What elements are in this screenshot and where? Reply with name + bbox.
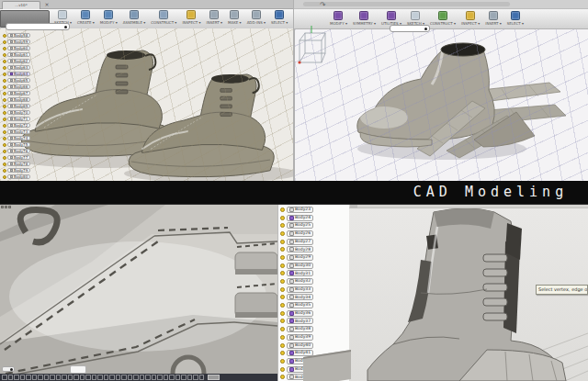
toolbar-button[interactable]: MAKE ▾ bbox=[226, 10, 243, 25]
visibility-bulb-icon[interactable] bbox=[280, 295, 285, 299]
timeline-feature-icon[interactable] bbox=[187, 375, 193, 380]
visibility-bulb-icon[interactable] bbox=[280, 367, 285, 372]
body-item[interactable]: Body72 bbox=[7, 123, 30, 129]
visibility-bulb-icon[interactable] bbox=[280, 335, 285, 340]
toolbar-button[interactable]: CONSTRUCT ▾ bbox=[428, 11, 458, 26]
timeline-feature-icon[interactable] bbox=[109, 375, 115, 380]
browser-body-row[interactable]: Body62 bbox=[3, 58, 54, 64]
visibility-bulb-icon[interactable] bbox=[3, 34, 6, 38]
browser-body-row[interactable]: Body79 bbox=[3, 167, 54, 174]
body-item[interactable]: Body25 bbox=[287, 222, 314, 229]
timeline-feature-icon[interactable] bbox=[133, 375, 139, 380]
browser-body-row[interactable]: Body74 bbox=[3, 135, 54, 141]
viewport-closeup[interactable] bbox=[0, 205, 277, 381]
body-item[interactable]: Body68 bbox=[7, 97, 30, 103]
browser-body-row[interactable]: Body77 bbox=[3, 154, 54, 161]
visibility-bulb-icon[interactable] bbox=[3, 53, 6, 57]
body-item[interactable]: Body63 bbox=[7, 65, 30, 71]
body-item[interactable]: Body67 bbox=[7, 91, 30, 96]
visibility-bulb-icon[interactable] bbox=[3, 66, 6, 70]
viewport-3d-right[interactable] bbox=[295, 29, 588, 181]
browser-body-row[interactable]: Body27 bbox=[280, 238, 349, 246]
browser-body-row[interactable]: Body29 bbox=[280, 253, 349, 262]
toolbar-button[interactable]: SELECT ▾ bbox=[505, 11, 526, 26]
visibility-bulb-icon[interactable] bbox=[280, 255, 285, 260]
shoe-closeup-render[interactable] bbox=[0, 205, 277, 381]
document-tab[interactable]: ...v10* bbox=[2, 1, 40, 9]
timeline-feature-icon[interactable] bbox=[92, 375, 97, 380]
browser-body-row[interactable]: Body70 bbox=[3, 109, 54, 116]
body-item[interactable]: Body33 bbox=[287, 286, 314, 293]
timeline-feature-icon[interactable] bbox=[128, 375, 133, 380]
body-item[interactable]: Body58 bbox=[7, 33, 30, 39]
toolbar-button[interactable]: MODIFY ▾ bbox=[98, 10, 119, 25]
browser-body-row[interactable]: Body60 bbox=[3, 45, 54, 51]
undo-arrow-icon[interactable]: ↷ bbox=[320, 1, 326, 9]
body-item[interactable]: Body64 bbox=[7, 72, 30, 77]
body-item[interactable]: Body38 bbox=[287, 326, 314, 332]
scroll-thumb[interactable] bbox=[350, 205, 357, 208]
visibility-bulb-icon[interactable] bbox=[280, 279, 285, 284]
body-item[interactable]: Body30 bbox=[287, 263, 314, 269]
body-item[interactable]: Body70 bbox=[7, 110, 30, 116]
timeline-feature-icon[interactable] bbox=[68, 375, 74, 380]
browser-body-row[interactable]: Body59 bbox=[3, 39, 54, 45]
toolbar-button[interactable]: ADD-INS ▾ bbox=[245, 10, 267, 25]
body-item[interactable]: Body74 bbox=[7, 136, 30, 141]
browser-body-row[interactable]: Body28 bbox=[280, 245, 349, 253]
toolbar-button[interactable]: ASSEMBLE ▾ bbox=[121, 10, 148, 25]
body-item[interactable]: Body35 bbox=[287, 302, 314, 308]
timeline-feature-icon[interactable] bbox=[8, 375, 14, 380]
browser-body-row[interactable]: Body30 bbox=[280, 262, 349, 270]
visibility-bulb-icon[interactable] bbox=[3, 143, 6, 147]
browser-body-row[interactable]: Body67 bbox=[3, 90, 54, 96]
visibility-bulb-icon[interactable] bbox=[3, 130, 6, 134]
body-item[interactable]: Body27 bbox=[287, 239, 314, 245]
toolbar-button[interactable]: SKETCH ▾ bbox=[405, 11, 426, 26]
visibility-bulb-icon[interactable] bbox=[3, 162, 6, 166]
timeline-feature-icon[interactable] bbox=[97, 375, 103, 380]
visibility-bulb-icon[interactable] bbox=[3, 156, 6, 160]
visibility-bulb-icon[interactable] bbox=[3, 60, 6, 63]
timeline-feature-icon[interactable] bbox=[181, 375, 187, 380]
horizontal-scrollbar[interactable] bbox=[303, 2, 510, 6]
visibility-bulb-icon[interactable] bbox=[280, 207, 285, 212]
body-item[interactable]: Body37 bbox=[287, 318, 314, 324]
body-item[interactable]: Body69 bbox=[7, 104, 30, 109]
body-item[interactable]: Body31 bbox=[287, 270, 314, 276]
body-item[interactable]: Body76 bbox=[7, 149, 30, 154]
browser-body-row[interactable]: Body36 bbox=[280, 309, 349, 318]
timeline-marker[interactable] bbox=[208, 375, 220, 380]
browser-body-row[interactable]: Body31 bbox=[280, 270, 349, 278]
browser-body-row[interactable]: Body69 bbox=[3, 103, 54, 109]
visibility-bulb-icon[interactable] bbox=[3, 85, 6, 89]
visibility-bulb-icon[interactable] bbox=[280, 271, 285, 275]
visibility-bulb-icon[interactable] bbox=[3, 79, 6, 83]
browser-body-row[interactable]: Body38 bbox=[280, 325, 349, 333]
toolbar-button[interactable]: SYMMETRY ▾ bbox=[351, 11, 378, 26]
browser-body-row[interactable]: Body39 bbox=[280, 333, 349, 342]
visibility-bulb-icon[interactable] bbox=[3, 150, 6, 153]
body-item[interactable]: Body79 bbox=[7, 168, 30, 174]
mini-icon[interactable] bbox=[1, 206, 4, 208]
visibility-bulb-icon[interactable] bbox=[3, 105, 6, 108]
toolbar-button[interactable]: UTILITIES ▾ bbox=[379, 11, 403, 26]
body-item[interactable]: Body32 bbox=[287, 278, 314, 285]
visibility-bulb-icon[interactable] bbox=[3, 124, 6, 128]
visibility-bulb-icon[interactable] bbox=[3, 73, 6, 76]
body-item[interactable]: Body78 bbox=[7, 162, 30, 167]
body-item[interactable]: Body40 bbox=[287, 342, 314, 349]
body-item[interactable]: Body59 bbox=[7, 39, 30, 45]
visibility-bulb-icon[interactable] bbox=[280, 247, 285, 252]
visibility-bulb-icon[interactable] bbox=[3, 169, 6, 173]
body-item[interactable]: Body77 bbox=[7, 155, 30, 161]
timeline-feature-icon[interactable] bbox=[2, 375, 7, 380]
body-item[interactable]: Body60 bbox=[7, 46, 30, 51]
browser-body-row[interactable]: Body72 bbox=[3, 122, 54, 129]
browser-toggle-box[interactable] bbox=[2, 366, 15, 372]
browser-body-row[interactable]: Body80 bbox=[3, 174, 54, 180]
browser-body-row[interactable]: Body78 bbox=[3, 161, 54, 167]
browser-body-row[interactable]: Body63 bbox=[3, 64, 54, 71]
timeline-feature-icon[interactable] bbox=[20, 375, 26, 380]
toolbar-button[interactable]: INSPECT ▾ bbox=[459, 11, 481, 26]
